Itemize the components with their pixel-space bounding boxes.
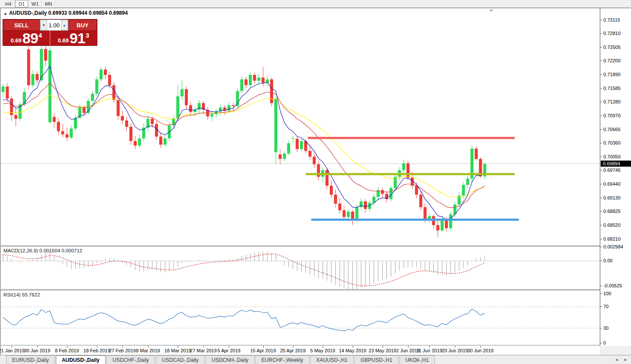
volume-input[interactable]: 1.00: [47, 20, 61, 30]
tab-scroll-left-icon[interactable]: ◄: [615, 358, 618, 362]
date-tick: [323, 346, 323, 348]
tab-scroll-right-icon[interactable]: ►: [624, 358, 628, 362]
candle-body: [138, 139, 141, 146]
price-axis-label: 0.70665: [603, 127, 621, 132]
macd-indicator-pane[interactable]: [0, 247, 600, 289]
date-tick: [122, 346, 123, 348]
candle-body: [31, 74, 34, 85]
price-axis-label-tick: [600, 143, 602, 143]
sell-button[interactable]: SELL: [3, 19, 40, 31]
macd-chart[interactable]: [0, 247, 600, 289]
tab-ukoil-h1[interactable]: UKOil-,H1: [399, 355, 435, 364]
candle-body: [151, 119, 154, 124]
date-label: 20 Jun 2019: [442, 348, 468, 353]
buy-price-sup: 3: [86, 32, 89, 39]
rsi-axis-label-tick: [600, 343, 602, 343]
timeframe-button-d1[interactable]: D1: [15, 0, 28, 7]
candle-body: [116, 100, 119, 116]
tab-eurchf-weekly[interactable]: EURCHF-,Weekly: [255, 355, 309, 364]
rsi-axis-label-tick: [600, 328, 602, 329]
volume-spinner: ▼ 1.00 ▲: [40, 19, 68, 31]
timeframe-button-mn[interactable]: MN: [42, 0, 55, 7]
price-axis-label-tick: [600, 116, 602, 116]
volume-increase-icon[interactable]: ▲: [61, 20, 68, 30]
buy-button[interactable]: BUY: [68, 19, 97, 31]
macd-axis-label-tick: [600, 286, 602, 286]
trade-panel-top-row: SELL ▼ 1.00 ▲ BUY: [3, 19, 97, 31]
candle-body: [53, 117, 56, 122]
date-label: 21 Jan 2019: [0, 348, 25, 353]
candle-body: [27, 49, 30, 85]
date-label: 8 Feb 2019: [55, 348, 79, 353]
price-axis-label: 0.70360: [603, 140, 621, 145]
date-label: 8 Mar 2019: [136, 348, 160, 353]
candle-body: [313, 157, 316, 164]
chart-shift-marker-icon[interactable]: [489, 10, 493, 12]
price-axis-label-tick: [600, 198, 602, 198]
price-axis-label: 0.69440: [603, 181, 621, 187]
rsi-axis-label-tick: [600, 293, 602, 294]
date-label: 30 Jan 2019: [24, 348, 51, 353]
price-axis[interactable]: 0.69894 0.731150.728100.725050.722000.71…: [600, 8, 631, 346]
candle-body: [176, 97, 179, 119]
rsi-indicator-pane[interactable]: [0, 290, 600, 345]
candle-body: [164, 139, 167, 145]
date-label: 27 Feb 2019: [109, 348, 136, 353]
candle-body: [394, 177, 397, 188]
price-axis-label: 0.72505: [603, 45, 621, 50]
volume-decrease-icon[interactable]: ▼: [40, 20, 47, 30]
date-axis[interactable]: 21 Jan 201930 Jan 20198 Feb 201918 Feb 2…: [0, 346, 600, 355]
rsi-axis-label: 0: [603, 340, 606, 345]
candle-body: [449, 214, 452, 228]
candle-body: [330, 186, 333, 195]
candle-body: [189, 105, 192, 112]
candle-body: [475, 148, 478, 159]
date-label: 23 May 2019: [369, 348, 396, 353]
date-tick: [455, 346, 455, 348]
price-axis-label: 0.73115: [603, 17, 620, 23]
sell-price-prefix: 0.69: [11, 37, 22, 44]
date-label: 5 Apr 2019: [217, 348, 240, 353]
date-tick: [480, 346, 481, 348]
candle-body: [261, 77, 264, 83]
tab-usdchf-daily[interactable]: USDCHF-,Daily: [106, 355, 155, 364]
trade-panel-prices: 0.69 89 4 0.69 91 3: [3, 31, 97, 45]
sell-price-sup: 4: [39, 32, 42, 39]
candle-body: [436, 225, 439, 230]
candle-body: [104, 70, 107, 75]
one-click-trade-panel: SELL ▼ 1.00 ▲ BUY 0.69 89 4 0.69 91 3: [3, 19, 97, 46]
price-axis-label: 0.70050: [603, 154, 621, 159]
tab-audusd-daily[interactable]: AUDUSD-,Daily: [56, 355, 106, 364]
timeframe-button-h4[interactable]: H4: [2, 0, 15, 7]
candle-body: [108, 75, 111, 85]
candle-body: [100, 70, 103, 80]
date-tick: [293, 346, 293, 348]
price-axis-label-tick: [600, 61, 602, 61]
candle-body: [159, 137, 162, 145]
candle-body: [338, 203, 341, 210]
date-tick: [12, 346, 12, 348]
tab-usdcad-daily[interactable]: USDCAD-,Daily: [156, 355, 205, 364]
date-tick: [263, 346, 264, 348]
candle-body: [402, 163, 405, 170]
tab-xauusd-h1[interactable]: XAUUSD-,H1: [310, 355, 354, 364]
tab-eurusd-daily[interactable]: EURUSD-,Daily: [6, 355, 55, 364]
candle-body: [236, 91, 239, 106]
rsi-axis-label: 70: [603, 304, 608, 309]
sell-price-big: 89: [23, 32, 38, 45]
price-axis-label: 0.71890: [603, 72, 621, 77]
candle-body: [185, 89, 188, 105]
buy-price-prefix: 0.69: [58, 37, 69, 44]
price-axis-label-tick: [600, 88, 602, 89]
rsi-chart[interactable]: [0, 290, 600, 345]
tab-gbpusd-h1[interactable]: GBPUSD-,H1: [354, 355, 398, 364]
candle-body: [35, 74, 39, 80]
macd-axis-label-tick: [600, 261, 602, 261]
price-axis-label-tick: [600, 102, 602, 102]
tab-usdcnh-daily[interactable]: USDCNH-,Daily: [206, 355, 254, 364]
buy-price-button[interactable]: 0.69 91 3: [50, 31, 97, 45]
timeframe-button-w1[interactable]: W1: [29, 0, 42, 7]
date-label: 18 Feb 2019: [84, 348, 110, 353]
candle-body: [419, 195, 422, 207]
sell-price-button[interactable]: 0.69 89 4: [3, 31, 50, 45]
